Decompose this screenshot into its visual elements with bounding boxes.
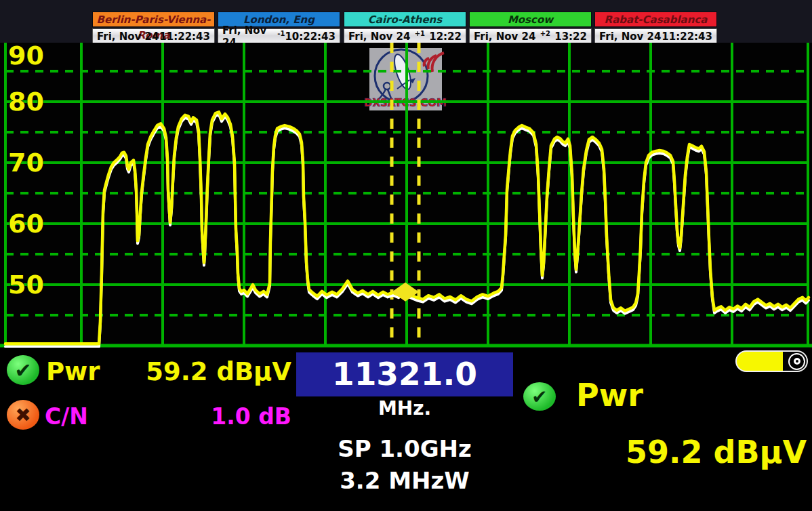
span-label: SP 1.0GHz [296,435,513,462]
clock-time: 11:22:43 [159,30,210,43]
readings-panel: ✔ Pwr 59.2 dBμV ✖ C/N 1.0 dB 11321.0 MHz… [0,348,812,511]
clock-city-label: Berlin-Paris-Vienna-Roma [92,12,215,27]
frequency-unit-label: MHz. [296,397,513,420]
y-axis-labels: 9080706050 [8,43,44,300]
right-pwr-value: 59.2 dBμV [542,434,807,470]
pwr-ok-icon: ✔ [7,355,39,385]
clock-city-label: Cairo-Athens [344,12,466,27]
pwr-label: Pwr [46,357,100,386]
right-pwr-label: Pwr [576,377,643,413]
clock-utc-offset: -1 [277,30,285,37]
power-toggle[interactable] [735,350,808,372]
clock-utc-offset: +1 [415,30,425,37]
y-axis-tick-label: 50 [8,270,44,300]
clock-time: 11:22:43 [662,30,712,43]
clock-date: Fri, Nov 24 [599,30,661,43]
clock-date: Fri, Nov 24 [348,30,410,43]
clock-time: 10:22:43 [285,30,336,43]
cn-fail-icon: ✖ [7,400,39,430]
spectrum-plot: DXSATCS.COM 9080706050 [0,43,812,348]
y-axis-tick-label: 70 [8,148,44,178]
frequency-display[interactable]: 11321.0 [296,352,513,396]
clock-date: Fri, Nov 24 [474,30,535,43]
y-axis-tick-label: 80 [8,87,44,117]
cn-value: 1.0 dB [102,403,291,430]
clock-utc-offset: +2 [540,30,550,37]
clock-city-label: Rabat-Casablanca [594,12,717,27]
clock-column-moscow: Moscow Fri, Nov 24 +2 13:22 [469,12,592,45]
clock-column-london: London, Eng Fri, Nov 24 -1 10:22:43 [218,12,340,45]
y-axis-tick-label: 60 [8,209,44,239]
meter-screen: Berlin-Paris-Vienna-Roma Fri, Nov 24 11:… [0,0,812,511]
spectrum-svg: DXSATCS.COM 9080706050 [0,43,812,348]
pwr-value: 59.2 dBμV [102,357,291,386]
clock-time: 13:22 [554,30,587,43]
clock-column-rabat: Rabat-Casablanca Fri, Nov 24 11:22:43 [594,12,717,45]
cn-label: C/N [45,403,88,430]
clock-time: 12:22 [429,30,462,43]
clock-column-cairo: Cairo-Athens Fri, Nov 24 +1 12:22 [344,12,466,45]
right-pwr-ok-icon: ✔ [523,382,556,411]
clock-city-label: Moscow [469,12,592,27]
y-axis-tick-label: 90 [8,43,44,70]
world-clock-bar: Berlin-Paris-Vienna-Roma Fri, Nov 24 11:… [0,0,812,43]
clock-date: Fri, Nov 24 [97,30,159,43]
marker-bandwidth-label: 3.2 MHzW [296,467,513,494]
clock-column-berlin: Berlin-Paris-Vienna-Roma Fri, Nov 24 11:… [92,12,215,45]
toggle-knob-icon [788,353,805,370]
